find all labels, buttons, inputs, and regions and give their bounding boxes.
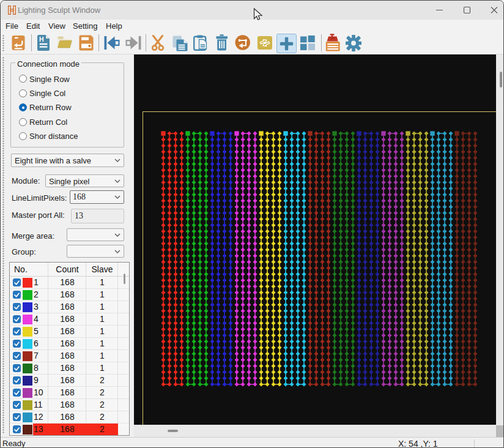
svg-text:H: H (39, 35, 44, 43)
